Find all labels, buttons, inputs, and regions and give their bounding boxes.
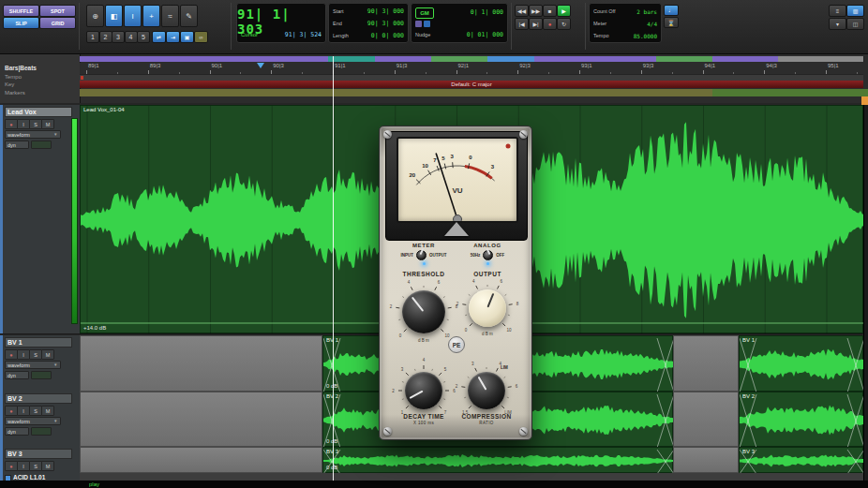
mute-button[interactable]: M	[41, 349, 54, 360]
meter-value[interactable]: 4/4	[647, 21, 657, 27]
solo-button[interactable]: S	[29, 406, 42, 416]
gm-button[interactable]: GM	[415, 7, 434, 19]
link-selection-button[interactable]: ∞	[194, 31, 208, 43]
analog-toggle-switch[interactable]	[483, 250, 493, 260]
rewind-button[interactable]: ◀◀	[515, 5, 529, 17]
pan-display[interactable]	[31, 140, 52, 149]
meter-toggle-switch[interactable]	[416, 250, 427, 260]
ruler-name-bars-beats[interactable]: Bars|Beats	[5, 63, 37, 74]
ruler-name-key[interactable]: Key	[5, 81, 14, 88]
count-off-value[interactable]: 2 bars	[636, 8, 657, 15]
pan-display[interactable]	[31, 371, 52, 379]
trim-tool[interactable]: ◧	[105, 5, 123, 27]
track-view-selector[interactable]: waveform	[5, 361, 61, 369]
audio-clip[interactable]: BV 2	[739, 392, 863, 447]
automation-mode-selector[interactable]: dyn	[5, 140, 29, 149]
mute-button[interactable]: M	[41, 119, 54, 129]
track-name[interactable]: BV 2	[5, 393, 72, 404]
record-button[interactable]: ●	[543, 18, 557, 30]
stop-button[interactable]: ■	[543, 5, 557, 17]
compressor-plugin-window[interactable]: 201075303VU METER INPUT OUTPUT ANALOG 50…	[379, 126, 532, 440]
scrubber-tool[interactable]: ≈	[161, 5, 179, 27]
tempo-value[interactable]: 85.0000	[634, 33, 657, 39]
record-enable-button[interactable]: ●	[5, 349, 18, 360]
track-name[interactable]: Lead Vox	[5, 107, 72, 117]
key-ruler[interactable]: Default: C major	[80, 81, 863, 88]
input-monitor-button[interactable]: I	[17, 119, 30, 129]
markers-ruler[interactable]	[80, 89, 863, 96]
zoomer-tool[interactable]: ⊕	[86, 5, 104, 27]
empty-clip[interactable]	[80, 335, 322, 392]
empty-clip[interactable]	[673, 392, 739, 447]
threshold-knob[interactable]	[402, 290, 445, 333]
output-knob[interactable]	[469, 289, 506, 327]
record-enable-button[interactable]: ●	[5, 406, 18, 416]
track-lane-bv-3[interactable]: BV 30 dBBV 3	[80, 447, 863, 474]
edit-mode-shuffle[interactable]: SHUFFLE	[3, 5, 39, 17]
record-enable-button[interactable]: ●	[5, 119, 18, 129]
bars-beats-ruler[interactable]: 89|189|390|190|391|191|392|192|393|193|3…	[80, 63, 863, 74]
edit-mode-spot[interactable]: SPOT	[39, 5, 76, 17]
zoom-preset-1[interactable]: 1	[86, 31, 99, 43]
output-meters-button[interactable]: ▥	[846, 5, 864, 17]
empty-clip[interactable]	[80, 447, 322, 473]
track-view-selector[interactable]: waveform	[5, 417, 61, 425]
input-monitor-button[interactable]: I	[17, 461, 30, 471]
ruler-name-tempo[interactable]: Tempo	[5, 74, 22, 80]
input-monitor-button[interactable]: I	[17, 406, 30, 416]
selector-tool[interactable]: I	[124, 5, 142, 27]
vertical-scrollbar[interactable]	[863, 103, 868, 481]
decay-time-knob[interactable]	[405, 372, 442, 409]
loop-button[interactable]: ↻	[557, 18, 571, 30]
return-to-zero-button[interactable]: |◀	[515, 18, 529, 30]
solo-button[interactable]: S	[29, 461, 42, 471]
grid-options-button[interactable]: ≡	[829, 5, 846, 17]
empty-clip[interactable]	[673, 447, 739, 473]
pan-display[interactable]	[31, 427, 52, 436]
track-name[interactable]: BV 3	[5, 449, 72, 459]
zoom-toggle-button[interactable]: ⇄	[152, 31, 166, 43]
metronome-button[interactable]: ♩	[664, 5, 679, 16]
edit-mode-grid[interactable]: GRID	[39, 17, 76, 29]
pencil-tool[interactable]: ✎	[180, 5, 198, 27]
count-in-button[interactable]: ⌛	[664, 17, 679, 28]
pre-roll-value[interactable]: 0| 1| 000	[471, 8, 503, 16]
empty-clip[interactable]	[673, 335, 739, 392]
automation-mode-selector[interactable]: dyn	[5, 427, 29, 436]
ruler-name-markers[interactable]: Markers	[5, 89, 25, 96]
compression-ratio-knob[interactable]	[468, 372, 505, 409]
record-enable-button[interactable]: ●	[5, 461, 18, 471]
mute-button[interactable]: M	[41, 406, 54, 416]
length-value[interactable]: 0| 0| 000	[371, 32, 404, 39]
solo-button[interactable]: S	[29, 349, 42, 360]
conductor-button[interactable]	[424, 21, 430, 27]
zoom-preset-5[interactable]: 5	[137, 31, 150, 43]
track-name[interactable]: ACID L1.01	[11, 473, 75, 481]
start-value[interactable]: 90| 3| 000	[367, 7, 404, 15]
nudge-value[interactable]: 0| 01| 000	[467, 31, 503, 38]
track-view-selector[interactable]: waveform	[5, 130, 61, 139]
toolbar-menu-button[interactable]: ▾	[829, 18, 846, 30]
empty-clip[interactable]	[80, 392, 322, 447]
grabber-tool[interactable]: +	[142, 5, 160, 27]
zoom-preset-2[interactable]: 2	[99, 31, 112, 43]
zoom-preset-4[interactable]: 4	[125, 31, 138, 43]
input-monitor-button[interactable]: I	[17, 349, 30, 360]
tab-to-transient-button[interactable]: ⇥	[166, 31, 180, 43]
edit-mode-slip[interactable]: SLIP	[3, 17, 39, 29]
solo-button[interactable]: S	[29, 119, 42, 129]
go-to-end-button[interactable]: ▶|	[529, 18, 543, 30]
mute-button[interactable]: M	[41, 461, 54, 471]
tempo-ruler[interactable]	[80, 74, 863, 81]
window-config-button[interactable]: ◫	[846, 18, 864, 30]
end-value[interactable]: 90| 3| 000	[367, 20, 404, 27]
zoom-preset-3[interactable]: 3	[112, 31, 125, 43]
ruler-content[interactable]: 89|189|390|190|391|191|392|192|393|193|3…	[80, 54, 863, 103]
mirror-edit-button[interactable]: ▣	[180, 31, 194, 43]
automation-mode-selector[interactable]: dyn	[5, 371, 29, 379]
audio-clip[interactable]: BV 30 dB	[322, 447, 673, 473]
midi-merge-button[interactable]	[415, 21, 422, 27]
track-name[interactable]: BV 1	[5, 337, 72, 348]
audio-clip[interactable]: BV 1	[739, 335, 863, 392]
play-button[interactable]: ▶	[557, 5, 571, 17]
